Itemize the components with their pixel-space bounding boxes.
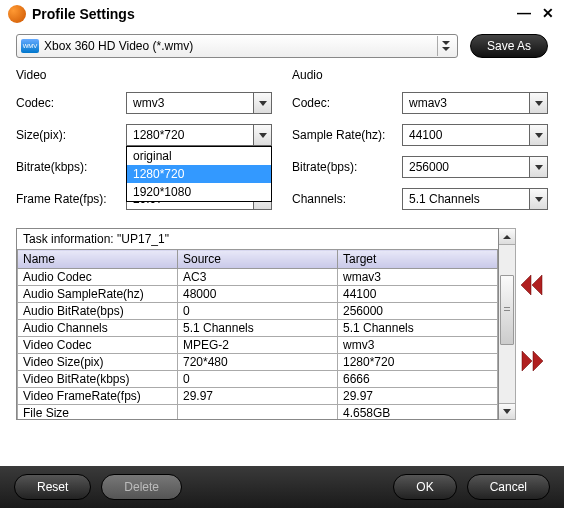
ok-button[interactable]: OK <box>393 474 456 500</box>
audio-samplerate-label: Sample Rate(hz): <box>292 128 402 142</box>
video-codec-combo[interactable]: wmv3 <box>126 92 272 114</box>
video-framerate-label: Frame Rate(fps): <box>16 192 126 206</box>
audio-bitrate-label: Bitrate(bps): <box>292 160 402 174</box>
table-row: Video CodecMPEG-2wmv3 <box>18 337 498 354</box>
table-header: Source <box>178 250 338 269</box>
audio-channels-combo[interactable]: 5.1 Channels <box>402 188 548 210</box>
video-bitrate-label: Bitrate(kbps): <box>16 160 126 174</box>
video-size-label: Size(pix): <box>16 128 126 142</box>
next-arrow-icon[interactable] <box>520 351 544 374</box>
minimize-button[interactable]: — <box>516 6 532 22</box>
task-info-table: NameSourceTarget Audio CodecAC3wmav3Audi… <box>17 249 498 420</box>
profile-select[interactable]: WMV Xbox 360 HD Video (*.wmv) <box>16 34 458 58</box>
cancel-button[interactable]: Cancel <box>467 474 550 500</box>
delete-button[interactable]: Delete <box>101 474 182 500</box>
task-info-panel: Task information: "UP17_1" NameSourceTar… <box>16 228 499 420</box>
table-row: Video Size(pix)720*4801280*720 <box>18 354 498 371</box>
chevron-down-icon[interactable] <box>253 93 271 113</box>
video-codec-label: Codec: <box>16 96 126 110</box>
size-option-1920[interactable]: 1920*1080 <box>127 183 271 201</box>
size-option-1280[interactable]: 1280*720 <box>127 165 271 183</box>
video-section-title: Video <box>16 68 272 82</box>
table-row: Audio Channels5.1 Channels5.1 Channels <box>18 320 498 337</box>
chevron-down-icon[interactable] <box>529 93 547 113</box>
audio-channels-label: Channels: <box>292 192 402 206</box>
chevron-down-icon[interactable] <box>529 125 547 145</box>
chevron-down-icon[interactable] <box>253 125 271 145</box>
audio-codec-combo[interactable]: wmav3 <box>402 92 548 114</box>
reset-button[interactable]: Reset <box>14 474 91 500</box>
scrollbar[interactable] <box>499 228 516 420</box>
table-row: Audio SampleRate(hz)4800044100 <box>18 286 498 303</box>
audio-codec-label: Codec: <box>292 96 402 110</box>
chevron-down-icon[interactable] <box>437 36 455 56</box>
video-size-dropdown[interactable]: original 1280*720 1920*1080 <box>126 146 272 202</box>
size-option-original[interactable]: original <box>127 147 271 165</box>
table-header: Target <box>338 250 498 269</box>
audio-samplerate-combo[interactable]: 44100 <box>402 124 548 146</box>
table-row: Video BitRate(kbps)06666 <box>18 371 498 388</box>
prev-arrow-icon[interactable] <box>520 275 544 298</box>
table-row: File Size4.658GB <box>18 405 498 421</box>
close-button[interactable]: ✕ <box>540 6 556 22</box>
profile-text: Xbox 360 HD Video (*.wmv) <box>44 39 437 53</box>
window-title: Profile Settings <box>32 6 508 22</box>
audio-bitrate-combo[interactable]: 256000 <box>402 156 548 178</box>
table-row: Video FrameRate(fps)29.9729.97 <box>18 388 498 405</box>
table-row: Audio CodecAC3wmav3 <box>18 269 498 286</box>
task-info-title: Task information: "UP17_1" <box>17 229 498 249</box>
app-icon <box>8 5 26 23</box>
scroll-up-icon[interactable] <box>499 229 515 245</box>
audio-section-title: Audio <box>292 68 548 82</box>
table-header: Name <box>18 250 178 269</box>
table-row: Audio BitRate(bps)0256000 <box>18 303 498 320</box>
scroll-down-icon[interactable] <box>499 403 515 419</box>
scroll-track[interactable] <box>499 245 515 403</box>
scroll-thumb[interactable] <box>500 275 514 345</box>
video-size-combo[interactable]: 1280*720 <box>126 124 272 146</box>
chevron-down-icon[interactable] <box>529 189 547 209</box>
save-as-button[interactable]: Save As <box>470 34 548 58</box>
chevron-down-icon[interactable] <box>529 157 547 177</box>
wmv-icon: WMV <box>21 39 39 53</box>
